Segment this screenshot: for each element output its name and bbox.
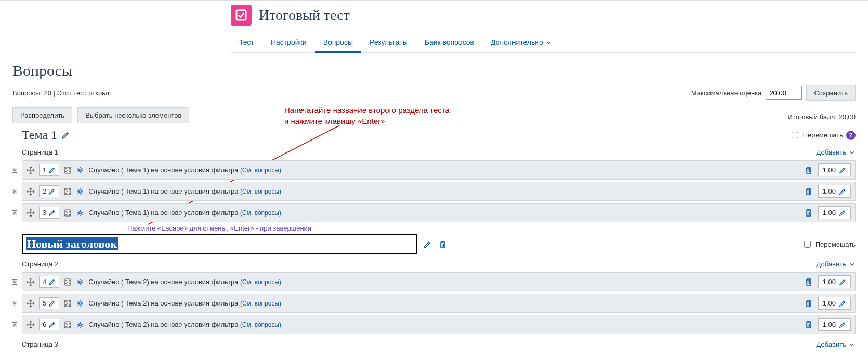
question-text: Случайно ( Тема 1) на основе условия фил… [88,187,281,195]
tab-5[interactable]: Дополнительно [482,33,561,53]
question-mark[interactable]: 1,00 [818,163,851,176]
move-icon[interactable] [27,187,35,196]
question-text: Случайно ( Тема 2) на основе условия фил… [88,299,281,307]
gear-icon[interactable] [76,208,84,217]
see-questions-link[interactable]: (См. вопросы) [240,300,281,307]
quiz-icon [231,5,252,26]
save-button[interactable]: Сохранить [806,85,856,101]
select-multiple-button[interactable]: Выбрать несколько элементов [77,107,189,123]
random-icon [63,320,72,329]
delete-section-icon[interactable] [439,239,447,248]
random-icon [63,299,72,308]
max-grade-label: Максимальная оценка [691,89,762,97]
see-questions-link[interactable]: (См. вопросы) [240,188,281,195]
page-label: Страница 2 [22,258,58,270]
section-title-input[interactable]: Новый заголовок [22,234,417,254]
nav-tabs: ТестНастройкиВопросыРезультатыБанк вопро… [231,33,856,53]
repaginate-button[interactable]: Распределить [12,107,72,123]
delete-question-icon[interactable] [805,320,813,329]
question-mark[interactable]: 1,00 [818,206,851,219]
question-text: Случайно ( Тема 2) на основе условия фил… [88,278,281,286]
see-questions-link[interactable]: (См. вопросы) [240,278,281,286]
page-split-icon[interactable] [11,321,18,328]
shuffle-checkbox[interactable] [804,241,811,248]
shuffle-label: Перемешать [816,240,856,248]
move-icon[interactable] [27,166,35,174]
random-icon [63,208,72,217]
tab-1[interactable]: Настройки [262,33,315,53]
gear-icon[interactable] [76,187,84,196]
question-mark[interactable]: 1,00 [818,318,851,331]
question-text: Случайно ( Тема 2) на основе условия фил… [88,321,281,328]
delete-question-icon[interactable] [805,166,813,174]
question-row: 3 Случайно ( Тема 1) на основе условия ф… [22,203,856,222]
page-title: Итоговый тест [259,7,350,23]
see-questions-link[interactable]: (См. вопросы) [240,209,281,217]
question-row: 2 Случайно ( Тема 1) на основе условия ф… [22,182,856,201]
question-mark[interactable]: 1,00 [818,275,851,288]
shuffle-label: Перемешать [803,131,843,139]
add-question-dropdown[interactable]: Добавить [817,340,856,348]
question-row: 4 Случайно ( Тема 2) на основе условия ф… [22,272,856,291]
delete-question-icon[interactable] [805,299,813,308]
delete-question-icon[interactable] [805,208,813,217]
tab-4[interactable]: Банк вопросов [416,33,482,53]
page-split-icon[interactable] [11,167,18,174]
chevron-down-icon [545,37,553,46]
move-icon[interactable] [27,299,35,308]
page-split-icon[interactable] [11,278,18,286]
gear-icon[interactable] [76,166,84,174]
gear-icon[interactable] [76,277,84,286]
page-split-icon[interactable] [11,300,18,307]
see-questions-link[interactable]: (См. вопросы) [240,321,281,328]
question-number[interactable]: 5 [39,297,59,309]
add-question-dropdown[interactable]: Добавить [817,148,856,156]
page-split-icon[interactable] [11,209,18,217]
max-grade-input[interactable] [766,86,802,100]
question-text: Случайно ( Тема 1) на основе условия фил… [88,166,281,174]
move-icon[interactable] [27,277,35,286]
edit-title-icon[interactable] [423,239,431,248]
random-icon [63,187,72,196]
question-text: Случайно ( Тема 1) на основе условия фил… [88,209,281,217]
section-title: Тема 1 [22,128,57,142]
question-number[interactable]: 6 [39,319,59,330]
move-icon[interactable] [27,320,35,329]
delete-question-icon[interactable] [805,187,813,196]
tab-0[interactable]: Тест [231,33,262,53]
add-question-dropdown[interactable]: Добавить [817,260,856,268]
question-mark[interactable]: 1,00 [818,297,851,310]
see-questions-link[interactable]: (См. вопросы) [240,167,281,174]
question-number[interactable]: 2 [39,185,59,197]
question-number[interactable]: 1 [39,164,59,176]
question-row: 6 Случайно ( Тема 2) на основе условия ф… [22,315,856,334]
question-number[interactable]: 4 [39,276,59,288]
question-mark[interactable]: 1,00 [818,185,851,198]
random-icon [63,277,72,286]
question-number[interactable]: 3 [39,207,59,219]
delete-question-icon[interactable] [805,277,813,286]
gear-icon[interactable] [76,320,84,329]
gear-icon[interactable] [76,299,84,308]
help-icon[interactable]: ? [846,131,856,140]
question-row: 1 Случайно ( Тема 1) на основе условия ф… [22,160,856,180]
tab-2[interactable]: Вопросы [315,33,361,53]
shuffle-checkbox[interactable] [792,132,798,138]
page-label: Страница 3 [22,338,58,350]
page-split-icon[interactable] [11,188,18,195]
move-icon[interactable] [27,208,35,217]
tab-3[interactable]: Результаты [361,33,416,53]
question-row: 5 Случайно ( Тема 2) на основе условия ф… [22,294,856,313]
section-heading: Вопросы [12,62,856,80]
page-label: Страница 1 [22,146,58,158]
edit-title-icon[interactable] [61,131,70,139]
quiz-meta: Вопросы: 20 | Этот тест открыт [12,89,110,97]
random-icon [63,166,72,174]
